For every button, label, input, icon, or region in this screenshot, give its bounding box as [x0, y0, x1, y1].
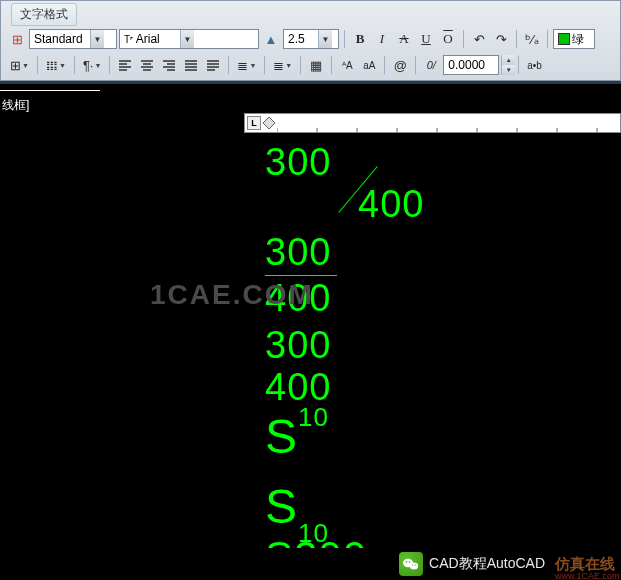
- cad-text-s-sub: S10: [265, 479, 329, 541]
- justify-icon: [184, 59, 198, 71]
- separator: [264, 56, 265, 74]
- chevron-down-icon: ▼: [180, 30, 194, 48]
- footer-text: CAD教程AutoCAD: [429, 555, 545, 573]
- bold-button[interactable]: B: [350, 29, 370, 49]
- text-format-panel: 文字格式 ⊞ Standard ▼ Tʳ Arial ▼ ▲ 2.5 ▼ B I…: [0, 0, 621, 81]
- ruler-button[interactable]: ⊞▼: [7, 55, 32, 75]
- undo-button[interactable]: ↶: [469, 29, 489, 49]
- svg-point-12: [406, 561, 408, 563]
- svg-point-15: [415, 564, 416, 565]
- cad-text-300-b: 300: [265, 231, 331, 274]
- change-case-button[interactable]: aA: [359, 55, 379, 75]
- strikethrough-button[interactable]: A: [394, 29, 414, 49]
- annotative-icon[interactable]: ▲: [261, 29, 281, 49]
- svg-point-11: [410, 562, 418, 569]
- align-right-icon: [162, 59, 176, 71]
- toolbar-row-1: ⊞ Standard ▼ Tʳ Arial ▼ ▲ 2.5 ▼ B I A U …: [3, 26, 618, 52]
- paragraph-button[interactable]: ¶·▼: [80, 55, 105, 75]
- chevron-down-icon: ▼: [90, 30, 104, 48]
- svg-point-13: [409, 561, 411, 563]
- svg-marker-0: [263, 117, 275, 129]
- svg-point-14: [412, 564, 413, 565]
- overline-button[interactable]: O: [438, 29, 458, 49]
- footer-bar: CAD教程AutoCAD 仿真在线 www.1CAE.com: [0, 548, 621, 580]
- color-combo[interactable]: 绿: [553, 29, 595, 49]
- status-label: 线框]: [2, 97, 29, 114]
- line-spacing-button[interactable]: ≣▼: [234, 55, 259, 75]
- wechat-icon: [399, 552, 423, 576]
- separator: [74, 56, 75, 74]
- numbering-button[interactable]: ≣▼: [270, 55, 295, 75]
- font-value: Tʳ Arial: [120, 32, 180, 46]
- ruler-indent-marker-icon[interactable]: [263, 117, 275, 131]
- align-right-button[interactable]: [159, 55, 179, 75]
- tab-stop-indicator[interactable]: L: [247, 116, 261, 130]
- spinner-down-icon[interactable]: ▼: [501, 65, 515, 75]
- separator: [384, 56, 385, 74]
- cad-text-300-c: 300: [265, 324, 331, 367]
- separator: [415, 56, 416, 74]
- tracking-input[interactable]: 0.0000: [443, 55, 499, 75]
- underline-button[interactable]: U: [416, 29, 436, 49]
- spinner-up-icon[interactable]: ▲: [501, 55, 515, 65]
- uppercase-button[interactable]: ᴬA: [337, 55, 357, 75]
- text-style-value: Standard: [30, 32, 90, 46]
- drawing-canvas[interactable]: 线框] L 300 400 300 400 1CAE.COM 300 400 S…: [0, 91, 621, 580]
- align-left-icon: [118, 59, 132, 71]
- tracking-value: 0.0000: [448, 58, 485, 72]
- footer-brand-1: 仿真在线: [555, 555, 615, 572]
- fraction-horizontal-line: [265, 275, 337, 276]
- font-size-value: 2.5: [284, 32, 318, 46]
- app-menu-icon[interactable]: ⊞: [7, 29, 27, 49]
- font-size-combo[interactable]: 2.5 ▼: [283, 29, 339, 49]
- separator: [331, 56, 332, 74]
- text-style-combo[interactable]: Standard ▼: [29, 29, 117, 49]
- redo-button[interactable]: ↷: [491, 29, 511, 49]
- width-factor-button[interactable]: a•b: [524, 55, 545, 75]
- distribute-button[interactable]: [203, 55, 223, 75]
- footer-brand-2: www.1CAE.com: [555, 571, 620, 581]
- oblique-angle-button[interactable]: 0/: [421, 55, 441, 75]
- separator: [516, 30, 517, 48]
- toolbar-row-2: ⊞▼ 𝍖▼ ¶·▼ ≣▼ ≣▼ ▦ ᴬA aA @ 0/: [3, 52, 618, 78]
- distribute-icon: [206, 59, 220, 71]
- columns-button[interactable]: 𝍖▼: [43, 55, 69, 75]
- color-swatch-icon: [558, 33, 570, 45]
- justify-button[interactable]: [181, 55, 201, 75]
- stack-fraction-button[interactable]: ᵇ⁄ₐ: [522, 29, 542, 49]
- font-combo[interactable]: Tʳ Arial ▼: [119, 29, 259, 49]
- ruler-ticks: [277, 128, 617, 132]
- text-editor-ruler[interactable]: L: [244, 113, 621, 133]
- field-button[interactable]: ▦: [306, 55, 326, 75]
- italic-button[interactable]: I: [372, 29, 392, 49]
- cad-text-400-a: 400: [358, 183, 424, 226]
- color-value: 绿: [554, 31, 588, 48]
- separator: [344, 30, 345, 48]
- symbol-button[interactable]: @: [390, 55, 410, 75]
- separator: [547, 30, 548, 48]
- separator: [37, 56, 38, 74]
- separator: [518, 56, 519, 74]
- separator: [109, 56, 110, 74]
- separator: [300, 56, 301, 74]
- cad-text-300-a: 300: [265, 141, 331, 184]
- align-center-button[interactable]: [137, 55, 157, 75]
- align-left-button[interactable]: [115, 55, 135, 75]
- separator: [228, 56, 229, 74]
- panel-title: 文字格式: [11, 3, 77, 26]
- cad-text-s-sup: S10: [265, 409, 329, 464]
- watermark-text: 1CAE.COM: [150, 279, 314, 311]
- chevron-down-icon: ▼: [318, 30, 332, 48]
- separator: [463, 30, 464, 48]
- align-center-icon: [140, 59, 154, 71]
